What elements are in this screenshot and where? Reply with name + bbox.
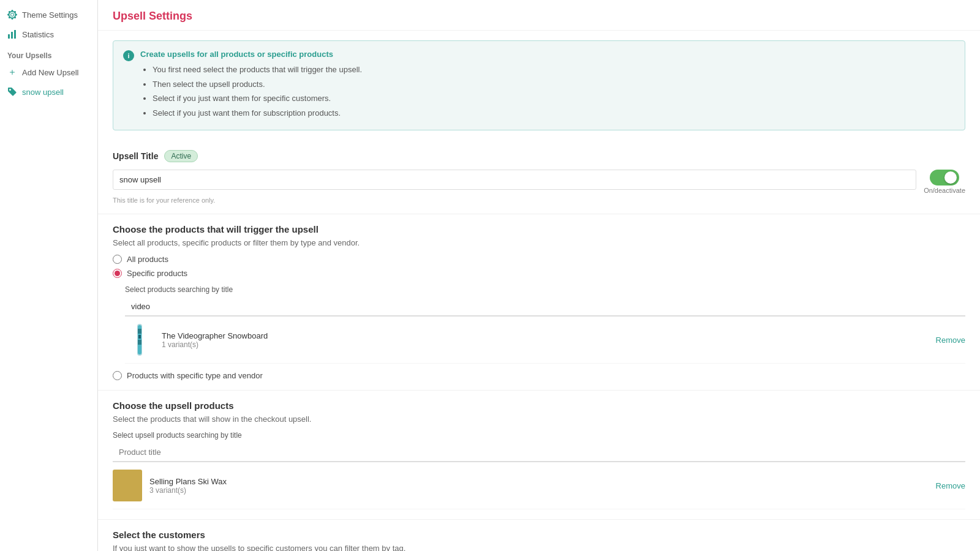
plus-icon: [7, 67, 17, 77]
upsell-title-input[interactable]: [113, 170, 916, 190]
upsell-title-label: Upsell Title: [113, 151, 158, 161]
upsell-product-variants: 3 variant(s): [149, 486, 929, 495]
svg-rect-7: [138, 335, 141, 339]
chart-icon: [7, 29, 17, 39]
radio-specific-products-label: Specific products: [127, 269, 187, 278]
info-bullet-2: Then select the upsell products.: [153, 78, 362, 91]
trigger-radio-group-2: Products with specific type and vendor: [113, 371, 965, 380]
upsell-search-label: Select upsell products searching by titl…: [113, 431, 965, 440]
upsell-product-info: Selling Plans Ski Wax 3 variant(s): [149, 477, 929, 495]
active-badge: Active: [164, 150, 198, 162]
upsell-remove-link[interactable]: Remove: [936, 481, 965, 490]
upsell-title-row: Upsell Title Active: [113, 150, 965, 162]
main-content: Upsell Settings i Create upsells for all…: [98, 0, 980, 551]
radio-specific-products-input[interactable]: [113, 269, 122, 278]
info-box-content: Create upsells for all products or speci…: [140, 50, 362, 121]
radio-type-vendor-label: Products with specific type and vendor: [127, 371, 263, 380]
sidebar-item-theme-settings[interactable]: Theme Settings: [0, 5, 97, 24]
sidebar-item-theme-settings-label: Theme Settings: [22, 10, 78, 20]
info-bullet-4: Select if you just want them for subscri…: [153, 107, 362, 119]
input-helper: This title is for your reference only.: [113, 197, 965, 204]
toggle-container: On/deactivate: [924, 170, 965, 194]
svg-rect-1: [11, 32, 13, 39]
upsell-title-section: Upsell Title Active On/deactivate This t…: [98, 140, 980, 214]
info-bullet-3: Select if you just want them for specifi…: [153, 92, 362, 105]
upsell-products-heading: Choose the upsell products: [113, 400, 965, 411]
active-toggle[interactable]: [930, 170, 959, 186]
trigger-remove-link[interactable]: Remove: [936, 335, 965, 345]
svg-rect-5: [138, 329, 141, 334]
trigger-section: Choose the products that will trigger th…: [98, 214, 980, 391]
customers-heading: Select the customers: [113, 530, 965, 540]
snowboard-svg: [129, 323, 151, 357]
trigger-search-input[interactable]: [125, 298, 965, 317]
sidebar-item-snow-upsell-label: snow upsell: [22, 88, 64, 97]
customers-desc: If you just want to show the upsells to …: [113, 544, 965, 551]
info-bullet-1: You first need select the products that …: [153, 64, 362, 76]
svg-rect-6: [138, 340, 141, 345]
sidebar-item-statistics[interactable]: Statistics: [0, 24, 97, 44]
upsell-search-input[interactable]: [113, 443, 965, 462]
page-header: Upsell Settings: [98, 0, 980, 31]
trigger-product-info: The Videographer Snowboard 1 variant(s): [162, 331, 929, 349]
radio-all-products[interactable]: All products: [113, 255, 965, 264]
trigger-product-name: The Videographer Snowboard: [162, 331, 929, 340]
radio-type-vendor-input[interactable]: [113, 371, 122, 380]
toggle-label: On/deactivate: [924, 187, 965, 194]
sidebar-item-statistics-label: Statistics: [22, 30, 54, 39]
tag-icon: [7, 87, 17, 97]
svg-rect-0: [8, 34, 10, 39]
trigger-product-item: The Videographer Snowboard 1 variant(s) …: [125, 317, 965, 364]
customers-section: Select the customers If you just want to…: [98, 520, 980, 551]
info-box: i Create upsells for all products or spe…: [113, 40, 965, 130]
page-title: Upsell Settings: [113, 10, 965, 23]
radio-specific-products[interactable]: Specific products: [113, 269, 965, 278]
gear-icon: [7, 10, 17, 20]
sidebar-item-add-new-upsell[interactable]: Add New Upsell: [0, 62, 97, 82]
svg-rect-2: [14, 30, 16, 39]
sidebar-item-snow-upsell[interactable]: snow upsell: [0, 82, 97, 102]
info-title: Create upsells for all products or speci…: [140, 50, 362, 59]
trigger-desc: Select all products, specific products o…: [113, 238, 965, 247]
upsell-products-section: Choose the upsell products Select the pr…: [98, 391, 980, 520]
radio-all-products-input[interactable]: [113, 255, 122, 264]
trigger-radio-group: All products Specific products: [113, 255, 965, 278]
trigger-search-label: Select products searching by title: [125, 285, 965, 294]
input-toggle-row: On/deactivate: [113, 170, 965, 194]
specific-products-subsection: Select products searching by title The V…: [113, 285, 965, 364]
info-bullets: You first need select the products that …: [140, 64, 362, 119]
radio-all-products-label: All products: [127, 255, 168, 264]
trigger-product-thumb: [125, 323, 154, 357]
trigger-product-variants: 1 variant(s): [162, 340, 929, 349]
ski-wax-thumb: [113, 470, 142, 501]
trigger-heading: Choose the products that will trigger th…: [113, 224, 965, 234]
info-icon: i: [123, 50, 134, 61]
upsell-products-desc: Select the products that will show in th…: [113, 414, 965, 424]
upsell-product-thumb: [113, 468, 142, 503]
upsell-product-name: Selling Plans Ski Wax: [149, 477, 929, 486]
radio-type-vendor[interactable]: Products with specific type and vendor: [113, 371, 965, 380]
upsell-product-item: Selling Plans Ski Wax 3 variant(s) Remov…: [113, 462, 965, 509]
your-upsells-section: Your Upsells: [0, 44, 97, 62]
sidebar: Theme Settings Statistics Your Upsells A…: [0, 0, 98, 551]
sidebar-item-add-new-upsell-label: Add New Upsell: [22, 68, 79, 77]
